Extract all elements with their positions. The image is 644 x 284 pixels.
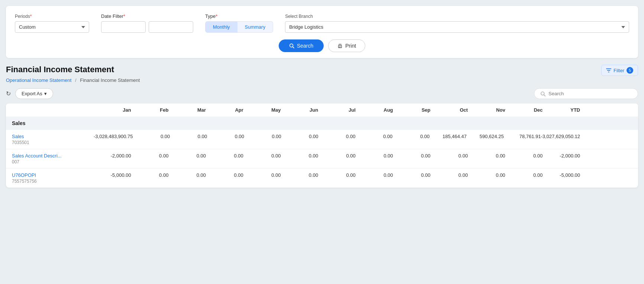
date-to-input[interactable]: 10-01-2024	[149, 21, 193, 33]
col-apr: Apr	[206, 107, 243, 113]
filter-panel: Periods* Custom Date Filter* 01-10-2023 …	[6, 6, 638, 58]
cell-sales-apr: 0.00	[207, 134, 244, 139]
column-headers: Jan Feb Mar Apr May Jun Jul Aug Sep Oct …	[6, 103, 638, 117]
cell-u76-dec: 0.00	[505, 172, 543, 178]
col-sep: Sep	[393, 107, 431, 113]
cell-u76-jan: -5,000.00	[94, 172, 131, 178]
cell-sales-feb: 0.00	[133, 134, 170, 139]
cell-sales-ytd: -3,027,629,050.12	[541, 134, 580, 139]
cell-sa-jul: 0.00	[318, 153, 356, 159]
cell-sa-sep: 0.00	[393, 153, 431, 159]
cell-u76-ytd: -5,000.00	[543, 172, 580, 178]
filter-icon	[606, 68, 611, 73]
cell-sa-aug: 0.00	[356, 153, 393, 159]
row-label-u76: U76OPOPI 7557575756	[12, 172, 94, 184]
cell-u76-aug: 0.00	[356, 172, 393, 178]
type-label: Type*	[205, 13, 273, 19]
periods-label: Periods*	[15, 14, 89, 19]
row-code-sales-account: 007	[12, 159, 94, 165]
row-code-sales: 7035501	[12, 140, 94, 145]
col-oct: Oct	[430, 107, 468, 113]
filter-count: 5	[627, 67, 633, 74]
row-label-sales: Sales 7035501	[12, 134, 94, 145]
cell-sales-jul: 0.00	[318, 134, 356, 139]
cell-sales-dec: 78,761.91	[504, 134, 541, 139]
type-summary-btn[interactable]: Summary	[237, 22, 273, 32]
toolbar-left: ↻ Export As ▾	[6, 88, 53, 99]
type-toggle: Monthly Summary	[205, 21, 273, 33]
cell-sa-nov: 0.00	[468, 153, 505, 159]
page-title: Financial Income Statement	[6, 65, 114, 74]
print-button[interactable]: Print	[328, 39, 365, 52]
cell-u76-apr: 0.00	[206, 172, 243, 178]
cell-sales-aug: 0.00	[355, 134, 392, 139]
branch-label: Select Branch	[285, 14, 629, 19]
col-dec: Dec	[505, 107, 543, 113]
cell-sa-jun: 0.00	[281, 153, 318, 159]
svg-rect-3	[339, 47, 341, 47]
row-code-u76: 7557575756	[12, 179, 94, 184]
cell-sa-dec: 0.00	[505, 153, 543, 159]
cell-sa-apr: 0.00	[206, 153, 243, 159]
print-icon	[337, 43, 343, 48]
cell-u76-mar: 0.00	[168, 172, 206, 178]
search-icon	[289, 43, 294, 48]
page-header: Financial Income Statement Filter 5	[6, 65, 638, 76]
main-content: Financial Income Statement Filter 5 Oper…	[6, 65, 638, 188]
col-feb: Feb	[131, 107, 169, 113]
periods-group: Periods* Custom	[15, 14, 89, 33]
type-group: Type* Monthly Summary	[205, 13, 273, 33]
cell-sales-sep: 0.00	[392, 134, 430, 139]
cell-sa-may: 0.00	[243, 153, 281, 159]
cell-sales-oct: 185,464.47	[430, 134, 467, 139]
cell-sa-feb: 0.00	[131, 153, 169, 159]
periods-select[interactable]: Custom	[15, 21, 89, 33]
svg-rect-4	[339, 47, 341, 48]
cell-u76-jun: 0.00	[281, 172, 318, 178]
col-name	[12, 107, 94, 113]
col-mar: Mar	[168, 107, 206, 113]
refresh-button[interactable]: ↻	[6, 90, 11, 97]
date-filter-group: Date Filter* 01-10-2023 10-01-2024	[101, 13, 193, 33]
date-filter-label: Date Filter*	[101, 13, 193, 19]
filter-row: Periods* Custom Date Filter* 01-10-2023 …	[15, 13, 629, 33]
section-sales: Sales	[6, 117, 638, 130]
type-monthly-btn[interactable]: Monthly	[206, 22, 237, 32]
data-table: Jan Feb Mar Apr May Jun Jul Aug Sep Oct …	[6, 103, 638, 188]
cell-u76-sep: 0.00	[393, 172, 431, 178]
filter-badge[interactable]: Filter 5	[601, 65, 638, 76]
col-jan: Jan	[94, 107, 131, 113]
export-button[interactable]: Export As ▾	[15, 88, 53, 99]
cell-sales-jun: 0.00	[281, 134, 318, 139]
cell-sales-nov: 590,624.25	[467, 134, 504, 139]
table-search-input[interactable]	[548, 91, 623, 96]
col-aug: Aug	[356, 107, 393, 113]
cell-sales-jan: -3,028,483,900.75	[94, 134, 133, 139]
row-name-sales-account[interactable]: Sales Account Descri...	[12, 153, 94, 159]
breadcrumb-link[interactable]: Operational Income Statement	[6, 77, 71, 83]
svg-line-1	[293, 47, 294, 48]
table-row: Sales 7035501 -3,028,483,900.75 0.00 0.0…	[6, 130, 638, 149]
table-row: U76OPOPI 7557575756 -5,000.00 0.00 0.00 …	[6, 169, 638, 188]
search-button[interactable]: Search	[279, 39, 324, 52]
cell-sales-mar: 0.00	[170, 134, 207, 139]
row-name-sales[interactable]: Sales	[12, 134, 94, 139]
table-search-box	[534, 88, 638, 99]
row-name-u76[interactable]: U76OPOPI	[12, 172, 94, 178]
cell-sa-ytd: -2,000.00	[543, 153, 580, 159]
cell-u76-feb: 0.00	[131, 172, 169, 178]
cell-sa-mar: 0.00	[168, 153, 206, 159]
date-from-input[interactable]: 01-10-2023	[101, 21, 146, 33]
cell-sales-may: 0.00	[244, 134, 281, 139]
cell-u76-nov: 0.00	[468, 172, 505, 178]
cell-u76-jul: 0.00	[318, 172, 356, 178]
svg-line-6	[544, 95, 546, 96]
toolbar: ↻ Export As ▾	[6, 88, 638, 99]
breadcrumb: Operational Income Statement / Financial…	[6, 77, 638, 83]
branch-select[interactable]: Bridge Logistics	[285, 21, 629, 33]
action-row: Search Print	[15, 39, 629, 52]
table-row: Sales Account Descri... 007 -2,000.00 0.…	[6, 149, 638, 169]
cell-u76-may: 0.00	[243, 172, 281, 178]
date-inputs: 01-10-2023 10-01-2024	[101, 21, 193, 33]
col-jun: Jun	[281, 107, 318, 113]
